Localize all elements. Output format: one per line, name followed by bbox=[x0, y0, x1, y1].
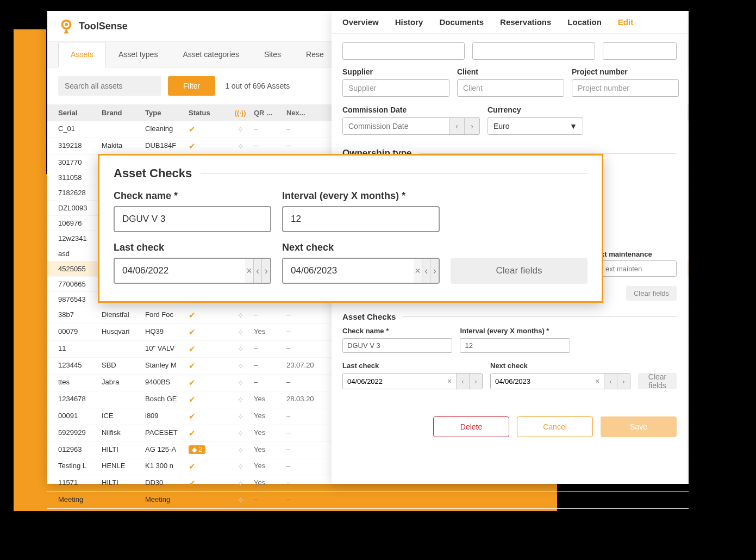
chevron-left-icon[interactable]: ‹ bbox=[253, 259, 262, 283]
cell-type: PACESET bbox=[145, 428, 189, 438]
cell-status: ✔ bbox=[189, 395, 227, 405]
th-signal[interactable]: ((·)) bbox=[227, 109, 254, 117]
chevron-right-icon[interactable]: › bbox=[430, 259, 439, 283]
cell-signal: ⟡ bbox=[227, 310, 254, 320]
clear-fields-button-sm[interactable]: Clear fields bbox=[638, 373, 677, 389]
table-row[interactable]: MeetingMeeting✔⟡–– bbox=[47, 492, 689, 509]
cell-qr: – bbox=[254, 125, 286, 134]
last-check-label-sm: Last check bbox=[342, 362, 483, 370]
chevron-left-icon[interactable]: ‹ bbox=[449, 118, 464, 134]
cell-signal: ⟡ bbox=[227, 445, 254, 455]
chevron-right-icon[interactable]: › bbox=[261, 259, 270, 283]
th-type[interactable]: Type bbox=[145, 109, 189, 117]
cell-qr: Yes bbox=[254, 412, 286, 421]
modal-next-check-label: Next check bbox=[282, 242, 440, 253]
clear-icon[interactable]: × bbox=[591, 374, 604, 389]
cell-qr: – bbox=[254, 344, 286, 354]
th-serial[interactable]: Serial bbox=[58, 109, 102, 117]
clear-fields-partial[interactable]: Clear fields bbox=[626, 286, 677, 301]
th-status[interactable]: Status bbox=[189, 109, 227, 117]
tab-asset-categories[interactable]: Asset categories bbox=[170, 42, 252, 67]
th-next[interactable]: Nex... bbox=[286, 109, 330, 117]
cell-signal: ⟡ bbox=[227, 495, 254, 505]
cell-next: – bbox=[286, 310, 330, 320]
tab-location[interactable]: Location bbox=[567, 17, 602, 27]
cell-signal: ⟡ bbox=[227, 125, 254, 134]
tab-history[interactable]: History bbox=[395, 17, 423, 27]
cell-qr: – bbox=[254, 361, 286, 371]
status-badge: ◆ 2 bbox=[189, 445, 205, 454]
cell-serial: DZL0093 bbox=[58, 204, 102, 212]
empty-field-2[interactable] bbox=[472, 42, 595, 60]
cell-type: AG 125-A bbox=[145, 445, 189, 455]
clear-icon[interactable]: × bbox=[414, 259, 422, 283]
cancel-button[interactable]: Cancel bbox=[517, 416, 593, 437]
chevron-left-icon[interactable]: ‹ bbox=[456, 374, 469, 389]
th-qr[interactable]: QR ... bbox=[254, 109, 286, 117]
project-input[interactable] bbox=[572, 79, 679, 97]
cell-next: – bbox=[286, 378, 330, 388]
clear-icon[interactable]: × bbox=[443, 374, 456, 389]
app-name: ToolSense bbox=[79, 21, 128, 32]
tab-asset-types[interactable]: Asset types bbox=[106, 42, 170, 67]
cell-status: ✔ bbox=[189, 378, 227, 388]
svg-point-1 bbox=[65, 23, 68, 26]
delete-button[interactable]: Delete bbox=[433, 416, 509, 437]
currency-select[interactable]: Euro ▼ bbox=[488, 117, 583, 135]
check-name-input-sm[interactable] bbox=[342, 338, 452, 353]
filter-button[interactable]: Filter bbox=[168, 76, 215, 96]
modal-next-check-input[interactable]: × ‹ › bbox=[282, 258, 440, 284]
cell-serial: 123445 bbox=[58, 361, 102, 371]
chevron-left-icon[interactable]: ‹ bbox=[422, 259, 430, 283]
chevron-right-icon[interactable]: › bbox=[617, 374, 630, 389]
clear-icon[interactable]: × bbox=[245, 259, 253, 283]
empty-field-1[interactable] bbox=[342, 42, 465, 60]
cell-qr: Yes bbox=[254, 478, 286, 488]
modal-interval-input[interactable] bbox=[282, 206, 440, 232]
cell-type: HQ39 bbox=[145, 327, 189, 337]
cell-status: ✔ bbox=[189, 495, 227, 505]
tab-assets[interactable]: Assets bbox=[58, 42, 106, 67]
next-maint-input[interactable]: ‹ › bbox=[601, 260, 677, 277]
cell-status: ✔ bbox=[189, 361, 227, 371]
supplier-input[interactable] bbox=[342, 79, 449, 97]
interval-input-sm[interactable] bbox=[460, 338, 570, 353]
check-icon: ✔ bbox=[189, 462, 196, 471]
next-maint-label: xt maintenance bbox=[601, 250, 677, 258]
empty-field-3[interactable] bbox=[603, 42, 677, 60]
signal-icon: ⟡ bbox=[238, 327, 243, 336]
th-brand[interactable]: Brand bbox=[102, 109, 145, 117]
cell-qr: – bbox=[254, 378, 286, 388]
tab-reservations[interactable]: Reservations bbox=[500, 17, 551, 27]
cell-serial: 4525055 bbox=[58, 265, 102, 273]
modal-last-check-input[interactable]: × ‹ › bbox=[114, 258, 271, 284]
tab-sites[interactable]: Sites bbox=[252, 42, 293, 67]
cell-signal: ⟡ bbox=[227, 344, 254, 354]
cell-signal: ⟡ bbox=[227, 327, 254, 337]
project-label: Project number bbox=[572, 67, 679, 76]
signal-icon: ⟡ bbox=[238, 344, 243, 353]
modal-clear-fields-button[interactable]: Clear fields bbox=[451, 258, 588, 284]
cell-serial: 301770 bbox=[58, 158, 102, 166]
signal-icon: ⟡ bbox=[238, 378, 243, 387]
cell-type: Ford Foc bbox=[145, 310, 189, 320]
signal-icon: ⟡ bbox=[238, 395, 243, 403]
chevron-right-icon[interactable]: › bbox=[469, 374, 482, 389]
tab-overview[interactable]: Overview bbox=[342, 17, 379, 27]
search-input[interactable] bbox=[58, 76, 161, 96]
modal-check-name-input[interactable] bbox=[114, 206, 271, 232]
commission-input[interactable]: ‹ › bbox=[342, 117, 480, 135]
client-input[interactable] bbox=[457, 79, 564, 97]
tab-reservations-trunc[interactable]: Rese bbox=[293, 42, 336, 67]
tab-documents[interactable]: Documents bbox=[439, 17, 484, 27]
cell-next: 28.03.20 bbox=[286, 395, 330, 405]
logo-icon bbox=[58, 18, 74, 34]
cell-type: DD30 bbox=[145, 478, 189, 488]
tab-edit[interactable]: Edit bbox=[618, 17, 633, 27]
chevron-left-icon[interactable]: ‹ bbox=[604, 374, 617, 389]
save-button[interactable]: Save bbox=[601, 416, 677, 437]
chevron-right-icon[interactable]: › bbox=[464, 118, 479, 134]
next-check-input-sm[interactable]: × ‹ › bbox=[490, 373, 630, 389]
last-check-input-sm[interactable]: × ‹ › bbox=[342, 373, 483, 389]
cell-next: – bbox=[286, 141, 330, 151]
